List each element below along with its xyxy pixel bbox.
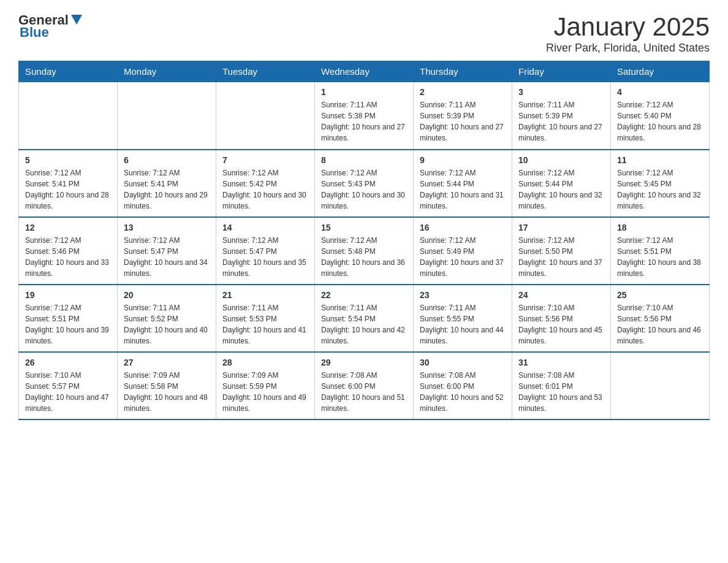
day-number: 17: [518, 223, 604, 232]
weekday-header-friday: Friday: [512, 61, 611, 82]
day-info: Sunrise: 7:12 AMSunset: 5:51 PMDaylight:…: [617, 235, 703, 279]
day-number: 28: [222, 358, 308, 367]
day-number: 7: [222, 155, 308, 165]
day-info: Sunrise: 7:12 AMSunset: 5:50 PMDaylight:…: [518, 235, 604, 279]
day-info: Sunrise: 7:08 AMSunset: 6:00 PMDaylight:…: [420, 370, 506, 414]
calendar-cell: 9Sunrise: 7:12 AMSunset: 5:44 PMDaylight…: [414, 150, 512, 217]
calendar-cell: [19, 82, 118, 150]
day-number: 26: [25, 358, 111, 367]
day-info: Sunrise: 7:12 AMSunset: 5:41 PMDaylight:…: [25, 167, 111, 212]
day-info: Sunrise: 7:12 AMSunset: 5:40 PMDaylight:…: [617, 99, 703, 144]
week-row-3: 12Sunrise: 7:12 AMSunset: 5:46 PMDayligh…: [19, 217, 710, 285]
day-number: 21: [222, 290, 308, 300]
weekday-header-row: SundayMondayTuesdayWednesdayThursdayFrid…: [19, 61, 710, 82]
day-info: Sunrise: 7:11 AMSunset: 5:55 PMDaylight:…: [420, 302, 506, 347]
day-info: Sunrise: 7:12 AMSunset: 5:43 PMDaylight:…: [321, 167, 407, 212]
calendar-cell: 6Sunrise: 7:12 AMSunset: 5:41 PMDaylight…: [118, 150, 216, 217]
calendar-cell: 19Sunrise: 7:12 AMSunset: 5:51 PMDayligh…: [19, 285, 118, 352]
day-number: 10: [518, 155, 604, 165]
day-info: Sunrise: 7:12 AMSunset: 5:46 PMDaylight:…: [25, 235, 111, 279]
day-number: 13: [124, 223, 210, 232]
logo: General Blue: [18, 12, 82, 40]
calendar-cell: 10Sunrise: 7:12 AMSunset: 5:44 PMDayligh…: [512, 150, 611, 217]
day-number: 31: [518, 358, 604, 367]
day-number: 25: [617, 290, 703, 300]
day-info: Sunrise: 7:12 AMSunset: 5:44 PMDaylight:…: [518, 167, 604, 212]
calendar-cell: 13Sunrise: 7:12 AMSunset: 5:47 PMDayligh…: [118, 217, 216, 285]
day-number: 22: [321, 290, 407, 300]
svg-marker-0: [71, 15, 82, 25]
weekday-header-wednesday: Wednesday: [315, 61, 414, 82]
day-info: Sunrise: 7:11 AMSunset: 5:39 PMDaylight:…: [518, 99, 604, 144]
calendar-cell: 8Sunrise: 7:12 AMSunset: 5:43 PMDaylight…: [315, 150, 414, 217]
day-info: Sunrise: 7:10 AMSunset: 5:56 PMDaylight:…: [518, 302, 604, 347]
calendar-cell: 12Sunrise: 7:12 AMSunset: 5:46 PMDayligh…: [19, 217, 118, 285]
day-info: Sunrise: 7:10 AMSunset: 5:56 PMDaylight:…: [617, 302, 703, 347]
day-info: Sunrise: 7:12 AMSunset: 5:51 PMDaylight:…: [25, 302, 111, 347]
day-number: 6: [124, 155, 210, 165]
title-block: January 2025 River Park, Florida, United…: [546, 12, 710, 55]
calendar-cell: 21Sunrise: 7:11 AMSunset: 5:53 PMDayligh…: [216, 285, 315, 352]
calendar-cell: [216, 82, 315, 150]
calendar-cell: 17Sunrise: 7:12 AMSunset: 5:50 PMDayligh…: [512, 217, 611, 285]
day-number: 30: [420, 358, 506, 367]
day-number: 18: [617, 223, 703, 232]
day-number: 29: [321, 358, 407, 367]
day-number: 2: [420, 87, 506, 97]
calendar-cell: 24Sunrise: 7:10 AMSunset: 5:56 PMDayligh…: [512, 285, 611, 352]
day-info: Sunrise: 7:09 AMSunset: 5:58 PMDaylight:…: [124, 370, 210, 414]
day-number: 9: [420, 155, 506, 165]
day-info: Sunrise: 7:12 AMSunset: 5:42 PMDaylight:…: [222, 167, 308, 212]
day-info: Sunrise: 7:11 AMSunset: 5:52 PMDaylight:…: [124, 302, 210, 347]
calendar-cell: 22Sunrise: 7:11 AMSunset: 5:54 PMDayligh…: [315, 285, 414, 352]
day-info: Sunrise: 7:12 AMSunset: 5:45 PMDaylight:…: [617, 167, 703, 212]
day-number: 5: [25, 155, 111, 165]
day-number: 3: [518, 87, 604, 97]
calendar-cell: 2Sunrise: 7:11 AMSunset: 5:39 PMDaylight…: [414, 82, 512, 150]
day-number: 15: [321, 223, 407, 232]
calendar-cell: 30Sunrise: 7:08 AMSunset: 6:00 PMDayligh…: [414, 352, 512, 419]
calendar-cell: 3Sunrise: 7:11 AMSunset: 5:39 PMDaylight…: [512, 82, 611, 150]
calendar-table: SundayMondayTuesdayWednesdayThursdayFrid…: [18, 61, 710, 420]
day-info: Sunrise: 7:12 AMSunset: 5:47 PMDaylight:…: [222, 235, 308, 279]
week-row-5: 26Sunrise: 7:10 AMSunset: 5:57 PMDayligh…: [19, 352, 710, 419]
day-info: Sunrise: 7:12 AMSunset: 5:47 PMDaylight:…: [124, 235, 210, 279]
day-number: 14: [222, 223, 308, 232]
logo-triangle-icon: [71, 15, 82, 25]
calendar-cell: 15Sunrise: 7:12 AMSunset: 5:48 PMDayligh…: [315, 217, 414, 285]
week-row-1: 1Sunrise: 7:11 AMSunset: 5:38 PMDaylight…: [19, 82, 710, 150]
calendar-cell: 1Sunrise: 7:11 AMSunset: 5:38 PMDaylight…: [315, 82, 414, 150]
week-row-4: 19Sunrise: 7:12 AMSunset: 5:51 PMDayligh…: [19, 285, 710, 352]
calendar-cell: 5Sunrise: 7:12 AMSunset: 5:41 PMDaylight…: [19, 150, 118, 217]
calendar-cell: 18Sunrise: 7:12 AMSunset: 5:51 PMDayligh…: [611, 217, 710, 285]
location-title: River Park, Florida, United States: [546, 42, 710, 55]
calendar-cell: 11Sunrise: 7:12 AMSunset: 5:45 PMDayligh…: [611, 150, 710, 217]
day-info: Sunrise: 7:09 AMSunset: 5:59 PMDaylight:…: [222, 370, 308, 414]
weekday-header-thursday: Thursday: [414, 61, 512, 82]
day-info: Sunrise: 7:12 AMSunset: 5:48 PMDaylight:…: [321, 235, 407, 279]
day-number: 11: [617, 155, 703, 165]
week-row-2: 5Sunrise: 7:12 AMSunset: 5:41 PMDaylight…: [19, 150, 710, 217]
day-number: 20: [124, 290, 210, 300]
day-number: 16: [420, 223, 506, 232]
day-info: Sunrise: 7:11 AMSunset: 5:53 PMDaylight:…: [222, 302, 308, 347]
calendar-cell: [611, 352, 710, 419]
weekday-header-tuesday: Tuesday: [216, 61, 315, 82]
day-info: Sunrise: 7:08 AMSunset: 6:00 PMDaylight:…: [321, 370, 407, 414]
page-header: General Blue January 2025 River Park, Fl…: [18, 12, 710, 55]
calendar-cell: 29Sunrise: 7:08 AMSunset: 6:00 PMDayligh…: [315, 352, 414, 419]
calendar-cell: 31Sunrise: 7:08 AMSunset: 6:01 PMDayligh…: [512, 352, 611, 419]
day-number: 24: [518, 290, 604, 300]
logo-blue: Blue: [20, 25, 49, 40]
calendar-cell: 4Sunrise: 7:12 AMSunset: 5:40 PMDaylight…: [611, 82, 710, 150]
calendar-cell: 14Sunrise: 7:12 AMSunset: 5:47 PMDayligh…: [216, 217, 315, 285]
calendar-cell: [118, 82, 216, 150]
weekday-header-sunday: Sunday: [19, 61, 118, 82]
calendar-cell: 7Sunrise: 7:12 AMSunset: 5:42 PMDaylight…: [216, 150, 315, 217]
calendar-cell: 16Sunrise: 7:12 AMSunset: 5:49 PMDayligh…: [414, 217, 512, 285]
month-title: January 2025: [546, 12, 710, 42]
day-info: Sunrise: 7:10 AMSunset: 5:57 PMDaylight:…: [25, 370, 111, 414]
calendar-cell: 26Sunrise: 7:10 AMSunset: 5:57 PMDayligh…: [19, 352, 118, 419]
day-number: 8: [321, 155, 407, 165]
weekday-header-saturday: Saturday: [611, 61, 710, 82]
